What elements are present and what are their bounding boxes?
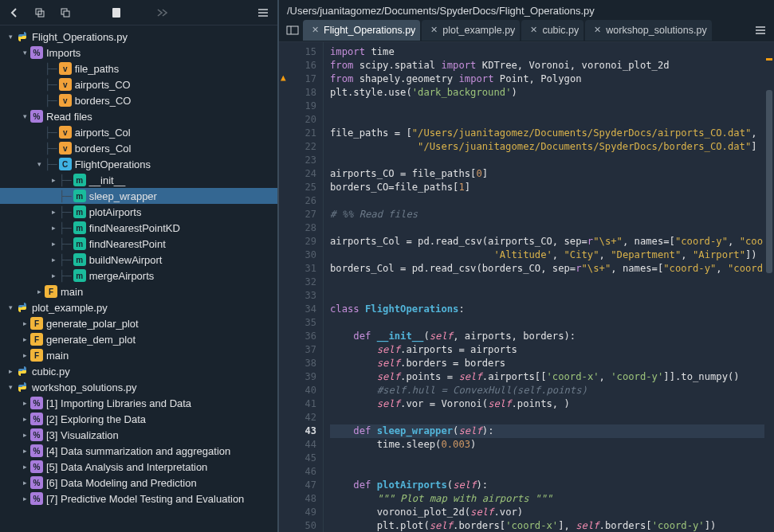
scrollbar[interactable]: [764, 42, 774, 532]
code-line[interactable]: self.airports = airports: [330, 343, 764, 357]
code-line[interactable]: file_paths = ["/Users/juanitagomez/Docum…: [330, 127, 764, 140]
outline-item[interactable]: ▾ plot_example.py: [0, 299, 277, 315]
chevron-right-icon[interactable]: ▸: [48, 238, 59, 249]
outline-item[interactable]: ▸Fgenerate_polar_plot: [0, 315, 277, 331]
code-line[interactable]: plt.plot(self.borders['coord-x'], self.b…: [330, 519, 764, 532]
outline-item[interactable]: ▸Fgenerate_dem_plot: [0, 331, 277, 347]
chevron-down-icon[interactable]: ▾: [5, 381, 16, 393]
outline-item[interactable]: ▸ cubic.py: [0, 363, 277, 379]
outline-item[interactable]: ├─vborders_CO: [0, 92, 277, 108]
outline-item[interactable]: ▸├─mfindNearestPointKD: [0, 220, 277, 236]
outline-item[interactable]: ▸%[5] Data Analysis and Interpretation: [0, 459, 277, 475]
code-line[interactable]: # %% Read files: [330, 208, 764, 221]
outline-item[interactable]: ▾ workshop_solutions.py: [0, 379, 277, 395]
code-line[interactable]: time.sleep(0.003): [330, 438, 764, 452]
code-line[interactable]: import time: [330, 45, 764, 59]
code-line[interactable]: [330, 411, 764, 424]
outline-tree[interactable]: ▾ Flight_Operations.py▾%Imports├─vfile_p…: [0, 25, 277, 532]
split-panel-icon[interactable]: [282, 21, 303, 40]
code-line[interactable]: airports_CO = file_paths[0]: [330, 167, 764, 181]
outline-item[interactable]: ├─vairports_CO: [0, 76, 277, 92]
hamburger-icon[interactable]: [252, 3, 274, 22]
code-line[interactable]: def __init__(self, airports, borders):: [330, 330, 764, 343]
file-icon[interactable]: [105, 3, 128, 22]
code-line[interactable]: borders_Col = pd.read_csv(borders_CO, se…: [330, 262, 764, 276]
outline-item[interactable]: ▸%[7] Predictive Model Testing and Evalu…: [0, 491, 277, 507]
code-line[interactable]: [330, 316, 764, 330]
outline-item[interactable]: ▸%[2] Exploring the Data: [0, 411, 277, 427]
code-line[interactable]: [330, 113, 764, 127]
outline-item[interactable]: ▸├─mfindNearestPoint: [0, 236, 277, 252]
close-icon[interactable]: ✕: [309, 25, 320, 36]
editor-tab[interactable]: ✕plot_example.py: [422, 20, 520, 41]
scroll-thumb[interactable]: [766, 90, 772, 273]
chevron-right-icon[interactable]: ▸: [19, 350, 30, 361]
code-line[interactable]: self.borders = borders: [330, 357, 764, 370]
chevron-right-icon[interactable]: ▸: [5, 366, 16, 377]
code-line[interactable]: [330, 465, 764, 479]
code-line[interactable]: def plotAirports(self):: [330, 479, 764, 492]
code-line[interactable]: [330, 276, 764, 289]
code-line[interactable]: from shapely.geometry import Point, Poly…: [330, 72, 764, 86]
chevron-right-icon[interactable]: ▸: [19, 493, 30, 504]
code-line[interactable]: self.vor = Voronoi(self.points, ): [330, 397, 764, 411]
chevron-down-icon[interactable]: ▾: [5, 31, 16, 42]
back-icon[interactable]: [3, 3, 26, 22]
code-line[interactable]: [330, 221, 764, 235]
outline-item[interactable]: ▾├─CFlightOperations: [0, 156, 277, 172]
outline-item[interactable]: ├─vborders_Col: [0, 140, 277, 156]
tabbar-menu-icon[interactable]: [750, 21, 771, 40]
outline-item[interactable]: ▸%[3] Visualization: [0, 427, 277, 443]
outline-item[interactable]: ▸%[6] Data Modeling and Prediction: [0, 475, 277, 491]
code-line[interactable]: voronoi_plot_2d(self.vor): [330, 506, 764, 519]
outline-item[interactable]: ▸%[4] Data summarization and aggregation: [0, 443, 277, 459]
chevron-right-icon[interactable]: ▸: [48, 254, 59, 265]
chevron-right-icon[interactable]: ▸: [19, 429, 30, 440]
outline-item[interactable]: ├─msleep_wrapper: [0, 188, 277, 204]
chevron-right-icon[interactable]: ▸: [48, 206, 59, 217]
forward-icon[interactable]: [151, 3, 174, 22]
chevron-right-icon[interactable]: ▸: [19, 334, 30, 345]
code-line[interactable]: [330, 194, 764, 208]
outline-item[interactable]: ├─vfile_paths: [0, 61, 277, 76]
outline-item[interactable]: ▾ Flight_Operations.py: [0, 29, 277, 45]
outline-item[interactable]: ▸%[1] Importing Libraries and Data: [0, 395, 277, 411]
editor-tab[interactable]: ✕workshop_solutions.py: [585, 20, 711, 41]
chevron-right-icon[interactable]: ▸: [19, 318, 30, 329]
chevron-right-icon[interactable]: ▸: [19, 461, 30, 472]
outline-item[interactable]: ▸├─mmergeAirports: [0, 268, 277, 284]
chevron-down-icon[interactable]: ▾: [5, 302, 16, 313]
outline-item[interactable]: ▸Fmain: [0, 284, 277, 299]
close-icon[interactable]: ✕: [591, 25, 603, 36]
outline-item[interactable]: ▸Fmain: [0, 347, 277, 363]
code-line[interactable]: """ Plot map with airports """: [330, 492, 764, 506]
code-line[interactable]: airports_Col = pd.read_csv(airports_CO, …: [330, 235, 764, 248]
code-line[interactable]: [330, 100, 764, 113]
chevron-down-icon[interactable]: ▾: [19, 111, 30, 122]
editor-tab[interactable]: ✕cubic.py: [521, 20, 583, 41]
code-line[interactable]: plt.style.use('dark_background'): [330, 86, 764, 100]
chevron-down-icon[interactable]: ▾: [19, 47, 30, 58]
close-icon[interactable]: ✕: [428, 25, 439, 36]
chevron-right-icon[interactable]: ▸: [33, 286, 45, 297]
code-line[interactable]: "/Users/juanitagomez/Documents/SpyderDoc…: [330, 140, 764, 154]
code-line[interactable]: [330, 154, 764, 167]
chevron-right-icon[interactable]: ▸: [48, 270, 59, 281]
code-line[interactable]: self.points = self.airports[['coord-x', …: [330, 370, 764, 384]
chevron-down-icon[interactable]: ▾: [33, 158, 45, 170]
chevron-right-icon[interactable]: ▸: [19, 477, 30, 488]
copy-icon[interactable]: [29, 3, 51, 22]
editor-tab[interactable]: ✕Flight_Operations.py: [303, 20, 420, 41]
outline-item[interactable]: ▸├─mplotAirports: [0, 204, 277, 220]
code-line[interactable]: from scipy.spatial import KDTree, Vorono…: [330, 59, 764, 72]
outline-item[interactable]: ▾%Read files: [0, 108, 277, 124]
chevron-right-icon[interactable]: ▸: [48, 174, 59, 186]
code-editor[interactable]: ▲ 15161718192021222324252627282930313233…: [279, 42, 774, 532]
outline-item[interactable]: ├─vairports_Col: [0, 124, 277, 140]
outline-item[interactable]: ▸├─mbuildNewAirport: [0, 252, 277, 268]
collapse-icon[interactable]: [54, 3, 77, 22]
chevron-right-icon[interactable]: ▸: [48, 222, 59, 233]
chevron-right-icon[interactable]: ▸: [19, 445, 30, 456]
code-line[interactable]: [330, 452, 764, 465]
outline-item[interactable]: ▸├─m__init__: [0, 172, 277, 188]
